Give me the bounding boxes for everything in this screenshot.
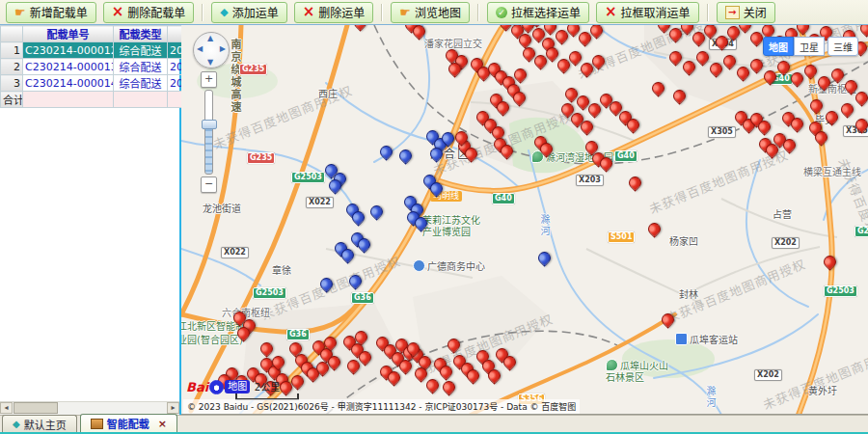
marker-red[interactable] — [853, 89, 868, 106]
diamond-icon — [13, 418, 20, 430]
marker-red[interactable] — [821, 253, 838, 270]
cargo-icon — [91, 419, 103, 429]
marker-red[interactable] — [801, 62, 819, 79]
marker-blue[interactable] — [367, 203, 385, 220]
marker-red[interactable] — [853, 116, 868, 133]
hand-icon — [399, 7, 411, 18]
zoom-slider-handle[interactable] — [202, 120, 217, 129]
load-sheet-no-cell[interactable]: C230214-000014 — [23, 75, 114, 92]
marker-red[interactable] — [351, 25, 368, 32]
map-canvas[interactable]: 未获得百度地图商用授权未获得百度地图商用授权未获得百度地图商用授权未获得百度地图… — [181, 25, 868, 415]
exit-icon — [725, 6, 740, 19]
toolbar-button-add-waybill[interactable]: 添加运单 — [211, 2, 286, 23]
marker-red[interactable] — [761, 68, 778, 85]
load-sheet-no-cell[interactable]: C230214-000012 — [23, 42, 114, 59]
zoom-out-button[interactable]: − — [201, 176, 217, 193]
scale-label: 2公里 — [255, 382, 280, 393]
table-header-row: 配载单号配载类型 — [1, 26, 193, 42]
toolbar-button-close[interactable]: 关闭 — [717, 2, 775, 23]
marker-red[interactable] — [666, 48, 684, 66]
load-type-cell[interactable]: 综合配送 — [114, 75, 168, 92]
load-sheet-no-cell[interactable]: C230214-000013 — [23, 59, 114, 75]
table-footer-row: 合计 — [1, 92, 193, 108]
toolbar-separator — [477, 4, 479, 21]
marker-red[interactable] — [734, 64, 751, 81]
tab-label: 默认主页 — [24, 417, 67, 432]
zoom-in-button[interactable]: + — [201, 71, 217, 88]
footer-cell — [23, 92, 114, 108]
marker-blue[interactable] — [346, 272, 364, 289]
marker-blue[interactable] — [377, 143, 394, 160]
hand-icon — [14, 7, 26, 18]
table-row[interactable]: 3C230214-000014综合配送202 — [1, 75, 193, 92]
toolbar-separator — [202, 4, 203, 21]
map-zoom-slider[interactable]: + − — [201, 71, 217, 193]
table-corner-cell — [1, 26, 23, 42]
tab-智能配载[interactable]: 智能配载× — [80, 414, 177, 432]
delete-icon — [605, 7, 617, 18]
marker-red[interactable] — [440, 378, 457, 395]
marker-red[interactable] — [774, 58, 792, 75]
map-type-地图[interactable]: 地图 — [763, 37, 794, 56]
marker-red[interactable] — [838, 100, 855, 118]
toolbar-button-label: 浏览地图 — [415, 4, 461, 20]
marker-red[interactable] — [788, 69, 805, 87]
toolbar-button-delete-load-sheet[interactable]: 删除配载单 — [103, 2, 195, 23]
marker-red[interactable] — [659, 311, 676, 328]
map-type-三维[interactable]: 三维 — [827, 37, 858, 56]
map-type-卫星[interactable]: 卫星 — [794, 37, 825, 56]
toolbar-button-label: 删除配载单 — [127, 4, 185, 20]
table-row[interactable]: 1C230214-000012综合配送202 — [1, 42, 193, 59]
scroll-left-icon[interactable]: ◂ — [0, 402, 13, 414]
table-row[interactable]: 2C230214-000013综合配送202 — [1, 59, 193, 75]
marker-blue[interactable] — [317, 275, 335, 292]
tab-close-icon[interactable]: × — [158, 419, 167, 429]
marker-red[interactable] — [670, 87, 688, 104]
toolbar-button-add-load-sheet[interactable]: 新增配载单 — [6, 2, 96, 23]
marker-red[interactable] — [823, 108, 840, 125]
row-number-cell: 1 — [1, 42, 23, 59]
marker-red[interactable] — [445, 336, 462, 353]
load-type-cell[interactable]: 综合配送 — [114, 59, 168, 75]
toolbar-button-label: 添加运单 — [232, 4, 279, 20]
map-pan-control[interactable]: ▲ ▼ ◀ ▶ — [193, 32, 230, 68]
marker-red[interactable] — [649, 79, 666, 96]
marker-red[interactable] — [258, 339, 275, 357]
toolbar-separator — [707, 4, 709, 21]
pan-up-icon[interactable]: ▲ — [207, 34, 213, 42]
scroll-right-icon[interactable]: ▸ — [167, 402, 179, 414]
pan-right-icon[interactable]: ▶ — [220, 44, 226, 53]
footer-cell — [114, 92, 168, 108]
footer-label-cell: 合计 — [1, 92, 23, 108]
marker-blue[interactable] — [396, 147, 414, 164]
marker-red[interactable] — [693, 48, 711, 66]
toolbar-button-delete-waybill[interactable]: 删除运单 — [294, 2, 374, 23]
zoom-track[interactable] — [204, 90, 213, 175]
marker-red[interactable] — [423, 376, 441, 393]
marker-red[interactable] — [807, 96, 825, 114]
pan-down-icon[interactable]: ▼ — [207, 58, 213, 67]
marker-red[interactable] — [720, 52, 738, 69]
marker-red[interactable] — [626, 174, 643, 191]
panel-horizontal-scrollbar[interactable]: ◂ ▸ — [0, 401, 179, 415]
marker-red[interactable] — [815, 73, 832, 91]
pan-left-icon[interactable]: ◀ — [197, 44, 203, 53]
select-check-icon — [496, 7, 507, 18]
tab-默认主页[interactable]: 默认主页 — [2, 415, 77, 432]
marker-red[interactable] — [645, 220, 663, 237]
toolbar-button-box-unselect-waybill[interactable]: 拉框取消运单 — [596, 2, 699, 23]
marker-red[interactable] — [707, 60, 724, 77]
toolbar-button-label: 关闭 — [744, 4, 767, 20]
toolbar-button-box-select-waybill[interactable]: 拉框选择运单 — [487, 2, 589, 23]
marker-red[interactable] — [828, 66, 846, 83]
load-type-cell[interactable]: 综合配送 — [114, 42, 168, 59]
marker-red[interactable] — [857, 25, 868, 38]
column-header[interactable]: 配载类型 — [114, 26, 168, 42]
marker-blue[interactable] — [535, 249, 553, 266]
column-header[interactable]: 配载单号 — [23, 26, 114, 42]
marker-red[interactable] — [680, 58, 697, 75]
toolbar-button-browse-map[interactable]: 浏览地图 — [391, 2, 470, 23]
scrollbar-thumb[interactable] — [14, 402, 58, 414]
map-scale: 2公里 — [235, 379, 299, 400]
marker-red[interactable] — [747, 56, 765, 73]
